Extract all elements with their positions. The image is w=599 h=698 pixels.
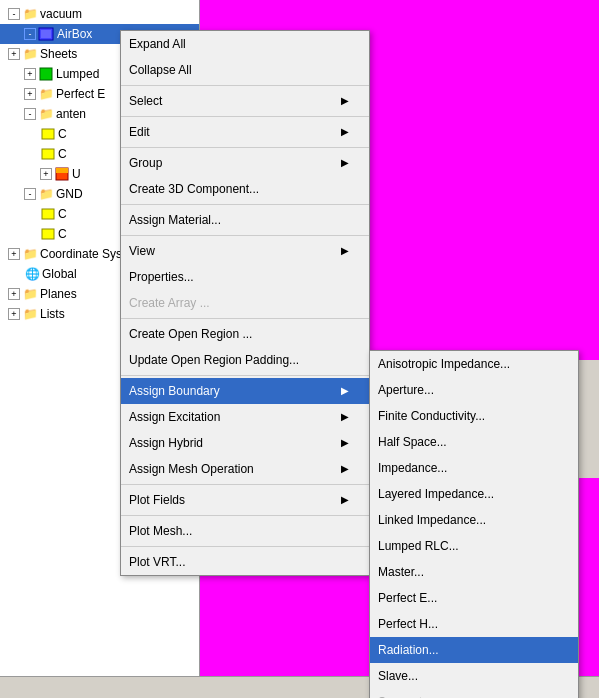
- expand-airbox[interactable]: -: [24, 28, 36, 40]
- arrow-assign-hybrid: ▶: [341, 433, 349, 453]
- tree-label-sheets: Sheets: [40, 45, 77, 63]
- folder-icon-planes: 📁: [22, 286, 38, 302]
- expand-lumped[interactable]: +: [24, 68, 36, 80]
- submenu-half-space[interactable]: Half Space...: [370, 429, 578, 455]
- tree-label-lists: Lists: [40, 305, 65, 323]
- folder-icon-lists: 📁: [22, 306, 38, 322]
- tree-label-coordsys: Coordinate Sys: [40, 245, 122, 263]
- menu-assign-mesh[interactable]: Assign Mesh Operation ▶: [121, 456, 369, 482]
- menu-update-open-region[interactable]: Update Open Region Padding...: [121, 347, 369, 373]
- menu-properties[interactable]: Properties...: [121, 264, 369, 290]
- submenu-layered-impedance[interactable]: Layered Impedance...: [370, 481, 578, 507]
- tree-label-airbox: AirBox: [57, 25, 92, 43]
- submenu-aperture[interactable]: Aperture...: [370, 377, 578, 403]
- folder-icon-coordsys: 📁: [22, 246, 38, 262]
- tree-item-vacuum[interactable]: - 📁 vacuum: [0, 4, 199, 24]
- sheet-icon-c2: [40, 146, 56, 162]
- folder-icon-anten: 📁: [38, 106, 54, 122]
- menu-collapse-all[interactable]: Collapse All: [121, 57, 369, 83]
- separator-3: [121, 147, 369, 148]
- menu-plot-mesh[interactable]: Plot Mesh...: [121, 518, 369, 544]
- submenu-perfect-h[interactable]: Perfect H...: [370, 611, 578, 637]
- arrow-assign-boundary: ▶: [341, 381, 349, 401]
- menu-create3d[interactable]: Create 3D Component...: [121, 176, 369, 202]
- arrow-assign-mesh: ▶: [341, 459, 349, 479]
- context-menu: Expand All Collapse All Select ▶ Edit ▶ …: [120, 30, 370, 576]
- separator-1: [121, 85, 369, 86]
- folder-icon: 📁: [22, 6, 38, 22]
- expand-lists[interactable]: +: [8, 308, 20, 320]
- expand-gnd[interactable]: -: [24, 188, 36, 200]
- folder-icon-perfecte: 📁: [38, 86, 54, 102]
- menu-create-array[interactable]: Create Array ...: [121, 290, 369, 316]
- separator-6: [121, 318, 369, 319]
- menu-group[interactable]: Group ▶: [121, 150, 369, 176]
- separator-10: [121, 546, 369, 547]
- submenu-linked-impedance[interactable]: Linked Impedance...: [370, 507, 578, 533]
- separator-7: [121, 375, 369, 376]
- sheet-icon-c3: [40, 206, 56, 222]
- expand-sheets[interactable]: +: [8, 48, 20, 60]
- svg-rect-1: [41, 30, 51, 38]
- menu-view[interactable]: View ▶: [121, 238, 369, 264]
- expand-coordsys[interactable]: +: [8, 248, 20, 260]
- separator-8: [121, 484, 369, 485]
- menu-select[interactable]: Select ▶: [121, 88, 369, 114]
- menu-assign-boundary[interactable]: Assign Boundary ▶: [121, 378, 369, 404]
- expand-perfecte[interactable]: +: [24, 88, 36, 100]
- tree-label-c1: C: [58, 125, 67, 143]
- tree-label-gnd: GND: [56, 185, 83, 203]
- submenu-impedance[interactable]: Impedance...: [370, 455, 578, 481]
- menu-assign-excitation[interactable]: Assign Excitation ▶: [121, 404, 369, 430]
- submenu-lumped-rlc[interactable]: Lumped RLC...: [370, 533, 578, 559]
- menu-assign-material[interactable]: Assign Material...: [121, 207, 369, 233]
- submenu-anisotropic[interactable]: Anisotropic Impedance...: [370, 351, 578, 377]
- tree-label-u: U: [72, 165, 81, 183]
- tree-label-anten: anten: [56, 105, 86, 123]
- expand-u[interactable]: +: [40, 168, 52, 180]
- folder-icon-gnd: 📁: [38, 186, 54, 202]
- submenu-symmetry[interactable]: Symmetry...: [370, 689, 578, 698]
- svg-rect-6: [56, 168, 68, 173]
- svg-rect-3: [42, 129, 54, 139]
- arrow-group: ▶: [341, 153, 349, 173]
- separator-9: [121, 515, 369, 516]
- sheet-icon-c1: [40, 126, 56, 142]
- menu-create-open-region[interactable]: Create Open Region ...: [121, 321, 369, 347]
- tree-label-c4: C: [58, 225, 67, 243]
- separator-5: [121, 235, 369, 236]
- tree-label-c2: C: [58, 145, 67, 163]
- svg-rect-7: [42, 209, 54, 219]
- tree-label-planes: Planes: [40, 285, 77, 303]
- folder-icon-sheets: 📁: [22, 46, 38, 62]
- menu-plot-vrt[interactable]: Plot VRT...: [121, 549, 369, 575]
- expand-vacuum[interactable]: -: [8, 8, 20, 20]
- u-icon: [54, 166, 70, 182]
- menu-plot-fields[interactable]: Plot Fields ▶: [121, 487, 369, 513]
- arrow-edit: ▶: [341, 122, 349, 142]
- svg-rect-2: [40, 68, 52, 80]
- arrow-select: ▶: [341, 91, 349, 111]
- arrow-view: ▶: [341, 241, 349, 261]
- tree-label-lumped: Lumped: [56, 65, 99, 83]
- menu-expand-all[interactable]: Expand All: [121, 31, 369, 57]
- tree-label-c3: C: [58, 205, 67, 223]
- submenu-master[interactable]: Master...: [370, 559, 578, 585]
- expand-planes[interactable]: +: [8, 288, 20, 300]
- submenu-perfect-e[interactable]: Perfect E...: [370, 585, 578, 611]
- menu-assign-hybrid[interactable]: Assign Hybrid ▶: [121, 430, 369, 456]
- sheet-icon-c4: [40, 226, 56, 242]
- arrow-plot-fields: ▶: [341, 490, 349, 510]
- svg-rect-4: [42, 149, 54, 159]
- separator-2: [121, 116, 369, 117]
- lumped-icon: [38, 66, 54, 82]
- tree-label-vacuum: vacuum: [40, 5, 82, 23]
- global-icon: 🌐: [24, 266, 40, 282]
- submenu-slave[interactable]: Slave...: [370, 663, 578, 689]
- submenu-finite-conductivity[interactable]: Finite Conductivity...: [370, 403, 578, 429]
- submenu-radiation[interactable]: Radiation...: [370, 637, 578, 663]
- arrow-assign-excitation: ▶: [341, 407, 349, 427]
- menu-edit[interactable]: Edit ▶: [121, 119, 369, 145]
- tree-label-global: Global: [42, 265, 77, 283]
- expand-anten[interactable]: -: [24, 108, 36, 120]
